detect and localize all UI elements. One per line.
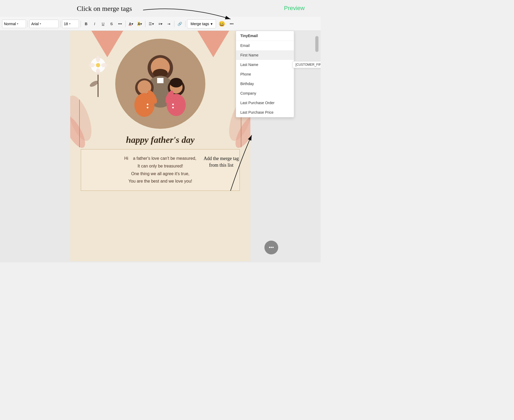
style-selector[interactable]: Normal ▾ [2,20,26,28]
svg-point-11 [96,68,100,75]
dropdown-item-email[interactable]: Email [236,41,294,50]
bold-button[interactable]: B [82,20,90,28]
size-selector[interactable]: 18 ▾ [62,20,79,28]
size-label: 18 [64,22,68,26]
dropdown-item-last-purchase-price[interactable]: Last Purchase Price [236,108,294,117]
svg-rect-19 [157,78,163,83]
strikethrough-button[interactable]: S [108,20,115,28]
indent-button[interactable]: ⇥ [165,20,172,28]
greeting: Hi a father's love can't be measured, [124,156,196,161]
dropdown-header: TinyEmail [236,31,294,41]
more-options-button[interactable]: ••• [228,20,235,28]
svg-point-9 [96,63,100,67]
merge-tags-dropdown: TinyEmail Email First Name Last Name [CU… [236,31,294,117]
dropdown-item-firstname[interactable]: First Name [236,50,294,60]
svg-point-26 [170,78,183,87]
list-button[interactable]: ≡▾ [157,20,164,28]
style-label: Normal [4,22,16,26]
customer-first-name-tooltip: [CUSTOMER_FIRST_NAME] [293,61,321,68]
divider-1 [28,21,28,27]
flower [85,55,111,97]
card-background: happy father's day Hi a father's love ca… [70,31,250,261]
link-button[interactable]: 🔗 [176,20,184,28]
font-caret: ▾ [40,22,41,25]
dropdown-item-phone[interactable]: Phone [236,69,294,79]
svg-point-13 [101,63,108,67]
svg-point-10 [96,56,100,62]
svg-point-12 [88,63,95,67]
highlight-label: A [138,22,140,26]
click-merge-tags-annotation: Click on merge tags [77,5,132,13]
merge-tags-caret: ▾ [211,22,212,26]
size-caret: ▾ [69,22,70,25]
italic-button[interactable]: I [91,20,98,28]
underline-button[interactable]: U [99,20,107,28]
emoji-button[interactable]: 😀 [217,20,227,28]
circle-illustration [115,39,205,129]
editor-toolbar: Normal ▾ Arial ▾ 18 ▾ B I U S ••• A▾ A▾ … [0,17,321,31]
divider-7 [185,21,185,27]
svg-point-31 [172,104,174,105]
font-label: Arial [31,22,39,26]
scrollbar[interactable] [315,36,318,52]
svg-point-30 [147,107,148,108]
preview-link[interactable]: Preview [284,5,305,12]
merge-tags-label: Merge tags [190,22,209,26]
merge-tags-button[interactable]: Merge tags ▾ [187,19,216,28]
divider-6 [174,21,174,27]
highlight-button[interactable]: A▾ [136,20,144,28]
dropdown-item-last-purchase-order[interactable]: Last Purchase Order [236,98,294,108]
email-container: happy father's day Hi a father's love ca… [70,31,250,262]
align-button[interactable]: ☰▾ [147,20,156,28]
dropdown-item-lastname[interactable]: Last Name [CUSTOMER_FIRST_NAME] [236,60,294,69]
style-caret: ▾ [17,22,18,25]
font-color-label: A [129,22,131,26]
svg-point-32 [172,107,174,108]
family-svg [115,39,205,129]
divider-3 [81,21,81,27]
divider-5 [145,21,145,27]
font-selector[interactable]: Arial ▾ [29,20,59,28]
more-actions-button[interactable]: ••• [264,241,278,254]
font-color-button[interactable]: A▾ [127,20,135,28]
dropdown-item-birthday[interactable]: Birthday [236,79,294,89]
triangle-left [91,31,123,57]
dropdown-item-company[interactable]: Company [236,89,294,98]
svg-point-29 [147,104,148,105]
more-format-button[interactable]: ••• [116,20,124,28]
divider-2 [60,21,60,27]
triangle-right [197,31,229,57]
divider-4 [125,21,126,27]
add-merge-tag-annotation: Add the merge tagfrom this list [197,155,245,169]
